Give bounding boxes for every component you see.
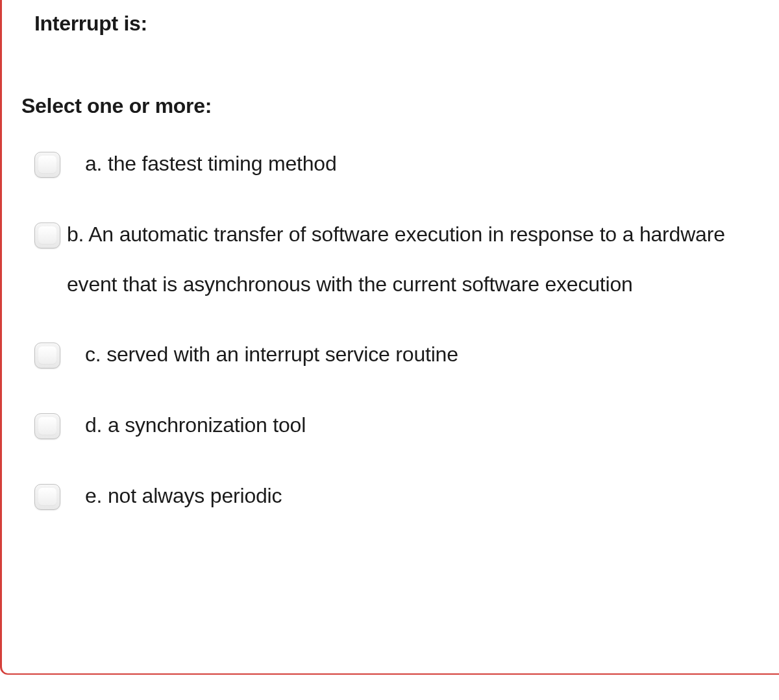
options-list: a. the fastest timing method b. An autom… [34,151,753,521]
option-label: a. the fastest timing method [85,139,753,189]
option-label: e. not always periodic [85,471,753,521]
option-c[interactable]: c. served with an interrupt service rout… [34,341,753,380]
option-label: c. served with an interrupt service rout… [85,330,753,380]
question-container: Interrupt is: Select one or more: a. the… [0,0,779,675]
checkbox-icon[interactable] [34,484,60,510]
option-label: b. An automatic transfer of software exe… [67,210,753,309]
option-a[interactable]: a. the fastest timing method [34,151,753,189]
option-e[interactable]: e. not always periodic [34,483,753,521]
option-label: d. a synchronization tool [85,400,753,450]
option-b[interactable]: b. An automatic transfer of software exe… [34,221,753,309]
question-text: Interrupt is: [34,12,753,36]
checkbox-icon[interactable] [34,152,60,178]
instruction-text: Select one or more: [21,94,753,118]
checkbox-icon[interactable] [34,343,60,368]
option-d[interactable]: d. a synchronization tool [34,412,753,450]
checkbox-icon[interactable] [34,413,60,439]
checkbox-icon[interactable] [34,223,60,248]
